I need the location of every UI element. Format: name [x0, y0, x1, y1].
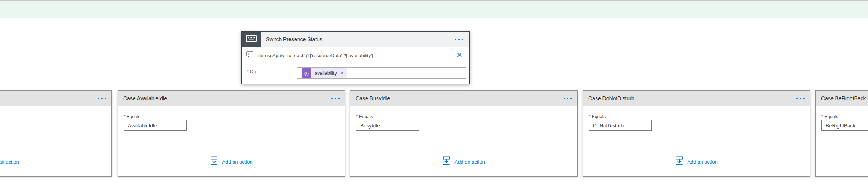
- token-label: availability: [315, 71, 337, 76]
- equals-label-text: Equals: [825, 114, 839, 119]
- add-an-action-link[interactable]: Add an action: [816, 156, 868, 167]
- case-title: Case BeRightBack: [821, 95, 866, 101]
- availability-token-pill[interactable]: {/} availability ✕: [302, 68, 347, 78]
- case-title: Case BusyIdle: [356, 95, 390, 101]
- case-card-header[interactable]: Case BusyIdle: [350, 91, 577, 106]
- case-card-busyidle: Case BusyIdle * Equals BusyIdle Add an a…: [350, 90, 578, 177]
- equals-field-label: * Equals: [821, 114, 838, 119]
- case-card-header[interactable]: Case AvailableIdle: [118, 91, 345, 106]
- equals-label-text: Equals: [359, 114, 373, 119]
- switch-card-title: Switch Presence Status: [266, 36, 322, 42]
- add-action-icon: [443, 156, 450, 167]
- case-title: Case DoNotDisturb: [588, 95, 634, 101]
- switch-expression-row: items('Apply_to_each')?['resourceData']?…: [246, 51, 465, 59]
- case-card-donotdisturb: Case DoNotDisturb * Equals DoNotDisturb …: [583, 90, 810, 177]
- case-more-menu-icon[interactable]: [794, 98, 805, 99]
- equals-field-input[interactable]: BeRightBack: [821, 120, 868, 131]
- add-action-label: Add an action: [454, 159, 485, 165]
- required-asterisk: *: [124, 114, 126, 119]
- equals-field-input[interactable]: DoNotDisturb: [589, 120, 652, 131]
- equals-label-text: Equals: [127, 114, 141, 119]
- equals-field-input[interactable]: BusyIdle: [356, 120, 419, 131]
- required-asterisk: *: [589, 114, 591, 119]
- required-asterisk: *: [821, 114, 823, 119]
- required-asterisk: *: [356, 114, 358, 119]
- add-action-icon: [210, 156, 218, 167]
- add-an-action-link[interactable]: Add an action: [350, 156, 577, 167]
- add-an-action-link[interactable]: Add an action: [0, 156, 111, 167]
- token-remove-icon[interactable]: ✕: [340, 71, 344, 76]
- case-more-menu-icon[interactable]: [96, 98, 106, 99]
- case-card-availableidle: Case AvailableIdle * Equals AvailableIdl…: [118, 90, 345, 177]
- add-action-label: Add an action: [222, 159, 253, 165]
- case-card-header[interactable]: Case DoNotDisturb: [583, 91, 810, 106]
- token-body: availability ✕: [311, 68, 347, 78]
- switch-on-row: * On {/} availability ✕: [247, 67, 466, 79]
- case-title: Case AvailableIdle: [123, 95, 167, 101]
- dynamic-content-icon: {/}: [302, 68, 311, 78]
- flow-designer-canvas: Switch Presence Status items('Apply_to_e…: [0, 0, 868, 196]
- comment-bubble-icon: [246, 51, 253, 59]
- case-card-partial: Add an action: [0, 90, 112, 177]
- required-asterisk: *: [247, 69, 249, 74]
- switch-control-icon: [246, 35, 257, 43]
- switch-more-menu-icon[interactable]: [453, 39, 463, 40]
- equals-label-text: Equals: [592, 114, 606, 119]
- add-action-icon: [675, 156, 683, 167]
- case-card-header[interactable]: [0, 91, 111, 106]
- on-field-label: * On: [247, 69, 297, 74]
- add-an-action-link[interactable]: Add an action: [583, 156, 810, 167]
- equals-field-label: * Equals: [356, 114, 373, 119]
- switch-card-header[interactable]: Switch Presence Status: [242, 32, 469, 47]
- equals-field-label: * Equals: [589, 114, 606, 119]
- switch-expression-text: items('Apply_to_each')?['resourceData']?…: [258, 53, 373, 58]
- add-an-action-link[interactable]: Add an action: [118, 156, 345, 167]
- case-card-berightback: Case BeRightBack * Equals BeRightBack Ad…: [815, 90, 868, 177]
- case-more-menu-icon[interactable]: [329, 98, 340, 99]
- on-label-text: On: [250, 69, 256, 74]
- switch-connector-chip: [242, 32, 261, 47]
- notification-banner: [0, 0, 868, 18]
- switch-action-card: Switch Presence Status items('Apply_to_e…: [241, 31, 470, 84]
- equals-field-label: * Equals: [124, 114, 140, 119]
- close-expression-icon[interactable]: ✕: [456, 51, 462, 59]
- on-field-input[interactable]: {/} availability ✕: [297, 67, 466, 79]
- add-action-label: Add an action: [687, 159, 718, 165]
- case-card-header[interactable]: Case BeRightBack: [816, 91, 868, 106]
- case-more-menu-icon[interactable]: [562, 98, 572, 99]
- add-action-label: Add an action: [0, 159, 19, 165]
- equals-field-input[interactable]: AvailableIdle: [124, 120, 187, 131]
